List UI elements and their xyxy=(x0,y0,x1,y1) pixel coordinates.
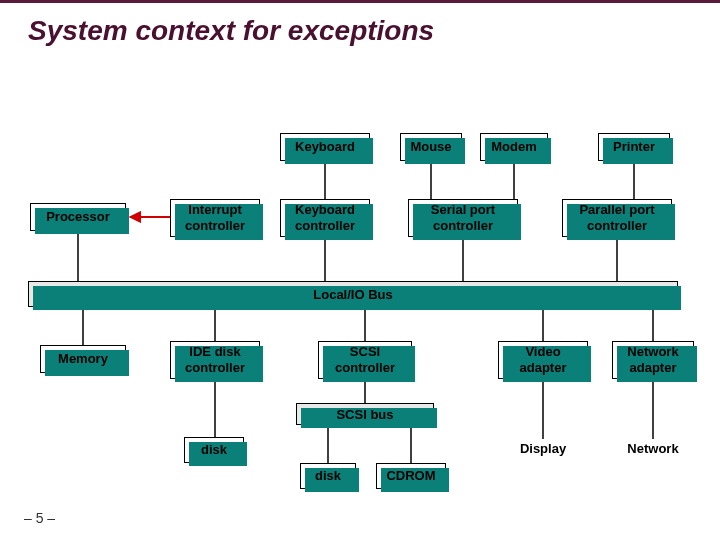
box-scsi-bus: SCSI bus xyxy=(296,403,434,425)
box-ide-controller: IDE disk controller xyxy=(170,341,260,379)
box-memory: Memory xyxy=(40,345,126,373)
slide-number: – 5 – xyxy=(24,510,55,526)
box-network-adapter: Network adapter xyxy=(612,341,694,379)
box-printer: Printer xyxy=(598,133,670,161)
label-display: Display xyxy=(500,441,586,456)
box-disk-scsi: disk xyxy=(300,463,356,489)
box-serial-port-controller: Serial port controller xyxy=(408,199,518,237)
box-parallel-port-controller: Parallel port controller xyxy=(562,199,672,237)
box-interrupt-controller: Interrupt controller xyxy=(170,199,260,237)
box-local-io-bus: Local/IO Bus xyxy=(28,281,678,307)
box-keyboard: Keyboard xyxy=(280,133,370,161)
box-video-adapter: Video adapter xyxy=(498,341,588,379)
label-network: Network xyxy=(614,441,692,456)
box-keyboard-controller: Keyboard controller xyxy=(280,199,370,237)
box-disk-ide: disk xyxy=(184,437,244,463)
box-modem: Modem xyxy=(480,133,548,161)
box-scsi-controller: SCSI controller xyxy=(318,341,412,379)
diagram-canvas xyxy=(0,3,720,540)
box-cdrom: CDROM xyxy=(376,463,446,489)
box-mouse: Mouse xyxy=(400,133,462,161)
box-processor: Processor xyxy=(30,203,126,231)
